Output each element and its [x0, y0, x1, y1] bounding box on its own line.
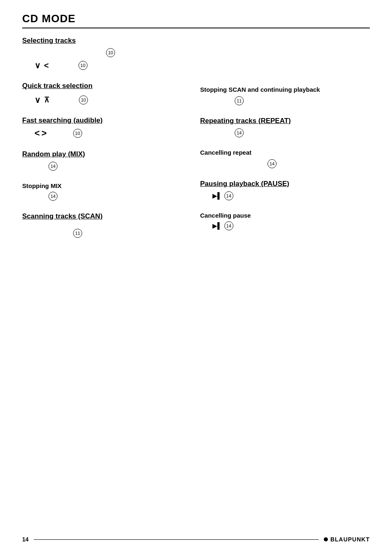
pausing-circle: ▶▌ 14: [212, 191, 370, 200]
selecting-symbols: ∨ < 10: [35, 60, 188, 70]
repeating-circle: 14: [233, 128, 370, 137]
quick-track-title: Quick track selection: [22, 82, 188, 90]
page: CD MODE Selecting tracks 10 ∨ < 10 Quick…: [0, 0, 392, 555]
circle-14a: 14: [48, 162, 58, 171]
section-repeating-tracks: Repeating tracks (REPEAT) 14: [200, 117, 370, 137]
fast-searching-symbols: < > 10: [35, 128, 188, 139]
right-column: Stopping SCAN and continuing playback 11…: [196, 37, 370, 249]
page-title: CD MODE: [22, 12, 370, 25]
circle-11b: 11: [73, 229, 82, 238]
bottom-line: [34, 539, 319, 540]
cancelling-pause-circle: ▶▌ 14: [212, 221, 370, 230]
header-divider: [22, 28, 370, 28]
brand-logo: BLAUPUNKT: [324, 536, 370, 543]
brand-dot-icon: [324, 537, 328, 541]
cancelling-pause-title: Cancelling pause: [200, 212, 370, 219]
circle-10b: 10: [78, 61, 88, 70]
stopping-scan-circle: 11: [233, 96, 370, 105]
up-cancel-symbol: ⊼: [44, 95, 49, 104]
repeating-tracks-title: Repeating tracks (REPEAT): [200, 117, 370, 125]
pause-symbol: ▶▌: [212, 192, 222, 200]
down-symbol: ∨: [35, 60, 41, 70]
quick-track-symbols: ∨ ⊼ 10: [35, 95, 188, 105]
section-stopping-mix: Stopping MIX 14: [22, 182, 188, 201]
random-play-title: Random play (MIX): [22, 150, 188, 158]
section-cancelling-pause: Cancelling pause ▶▌ 14: [200, 212, 370, 230]
cancelling-repeat-circle: 14: [266, 159, 370, 168]
circle-11a: 11: [235, 96, 244, 105]
page-number: 14: [22, 536, 29, 543]
circle-14f: 14: [224, 221, 233, 230]
pausing-playback-title: Pausing playback (PAUSE): [200, 180, 370, 188]
fast-searching-title: Fast searching (audible): [22, 116, 188, 125]
random-play-circle: 14: [47, 162, 188, 171]
circle-10c: 10: [79, 95, 88, 104]
brand-name: BLAUPUNKT: [330, 536, 370, 543]
scanning-circle: 11: [71, 229, 188, 238]
section-random-play: Random play (MIX) 14: [22, 150, 188, 171]
section-selecting-tracks: Selecting tracks 10 ∨ < 10: [22, 37, 188, 70]
circle-10a: 10: [106, 48, 115, 57]
section-stopping-scan: Stopping SCAN and continuing playback 11: [200, 86, 370, 105]
selecting-circle-10a: 10: [104, 48, 188, 57]
gt-symbol: >: [42, 128, 47, 139]
circle-14c: 14: [235, 128, 244, 137]
down-symbol2: ∨: [35, 95, 41, 105]
stopping-mix-circle: 14: [47, 192, 188, 201]
cancelling-repeat-title: Cancelling repeat: [200, 149, 370, 156]
circle-14b: 14: [48, 192, 58, 201]
pause-symbol2: ▶▌: [212, 222, 222, 230]
section-cancelling-repeat: Cancelling repeat 14: [200, 149, 370, 168]
bottom-bar: 14 BLAUPUNKT: [22, 536, 370, 543]
main-content: Selecting tracks 10 ∨ < 10 Quick track s…: [22, 37, 370, 249]
section-quick-track: Quick track selection ∨ ⊼ 10: [22, 82, 188, 105]
section-fast-searching: Fast searching (audible) < > 10: [22, 116, 188, 139]
section-pausing-playback: Pausing playback (PAUSE) ▶▌ 14: [200, 180, 370, 200]
left-column: Selecting tracks 10 ∨ < 10 Quick track s…: [22, 37, 196, 249]
circle-14e: 14: [224, 191, 233, 200]
left-symbol: <: [44, 61, 49, 70]
lt-symbol: <: [35, 128, 40, 139]
selecting-tracks-title: Selecting tracks: [22, 37, 188, 45]
circle-14d: 14: [267, 159, 277, 168]
circle-10d: 10: [73, 129, 82, 138]
section-scanning-tracks: Scanning tracks (SCAN) 11: [22, 212, 188, 238]
stopping-scan-title: Stopping SCAN and continuing playback: [200, 86, 370, 93]
stopping-mix-title: Stopping MIX: [22, 182, 188, 189]
scanning-tracks-title: Scanning tracks (SCAN): [22, 212, 188, 221]
